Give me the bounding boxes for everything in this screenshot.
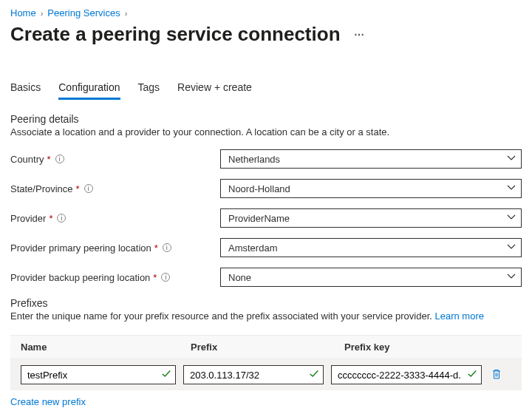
required-asterisk: * (76, 183, 80, 194)
section-heading-prefixes: Prefixes (10, 297, 522, 309)
tab-configuration[interactable]: Configuration (58, 77, 120, 100)
create-new-prefix-link[interactable]: Create new prefix (10, 396, 86, 407)
learn-more-link[interactable]: Learn more (434, 310, 483, 322)
required-asterisk: * (47, 154, 51, 165)
breadcrumb-peering-services[interactable]: Peering Services (47, 7, 120, 18)
tab-tags[interactable]: Tags (138, 77, 160, 100)
required-asterisk: * (153, 272, 157, 283)
cell-key (331, 365, 482, 384)
select-country-value[interactable]: Netherlands (220, 149, 522, 169)
label-provider: Provider * i (10, 213, 220, 224)
row-primary-location: Provider primary peering location * i Am… (10, 238, 522, 257)
label-country: Country * i (10, 154, 220, 165)
info-icon[interactable]: i (163, 243, 171, 252)
label-primary-location: Provider primary peering location * i (10, 242, 220, 254)
select-primary-location[interactable]: Amsterdam (220, 238, 522, 257)
info-icon[interactable]: i (57, 214, 66, 223)
info-icon[interactable]: i (84, 184, 93, 193)
page-title: Create a peering service connection ⋯ (10, 23, 522, 46)
breadcrumb-home[interactable]: Home (10, 7, 36, 18)
section-sub-prefixes: Enter the unique name for your prefix re… (10, 310, 522, 322)
col-header-key: Prefix key (344, 342, 511, 353)
section-heading-peering-details: Peering details (10, 113, 522, 125)
required-asterisk: * (49, 213, 52, 224)
more-icon[interactable]: ⋯ (349, 29, 366, 41)
label-state: State/Province * i (10, 183, 220, 194)
col-header-name: Name (21, 342, 191, 353)
prefix-table-header: Name Prefix Prefix key (10, 335, 522, 359)
page-title-text: Create a peering service connection (10, 23, 341, 46)
input-prefix-value[interactable] (183, 365, 324, 384)
row-state: State/Province * i Noord-Holland (10, 179, 522, 198)
select-state-value[interactable]: Noord-Holland (220, 179, 522, 198)
cell-prefix (183, 365, 324, 384)
prefix-table-row (10, 359, 522, 390)
select-provider-value[interactable]: ProviderName (220, 208, 522, 228)
cell-name (21, 365, 176, 384)
delete-icon[interactable] (491, 368, 502, 382)
label-primary-text: Provider primary peering location (10, 242, 151, 254)
col-header-prefix: Prefix (191, 342, 344, 353)
input-prefix-key[interactable] (331, 365, 482, 384)
tab-basics[interactable]: Basics (10, 77, 41, 100)
row-country: Country * i Netherlands (10, 149, 522, 169)
chevron-right-icon: › (41, 9, 44, 18)
label-provider-text: Provider (10, 213, 46, 224)
tab-review[interactable]: Review + create (177, 77, 252, 100)
label-backup-location: Provider backup peering location * i (10, 272, 220, 283)
label-country-text: Country (10, 154, 44, 165)
label-state-text: State/Province (10, 183, 73, 194)
info-icon[interactable]: i (55, 154, 64, 163)
info-icon[interactable]: i (161, 273, 170, 282)
select-primary-value[interactable]: Amsterdam (220, 238, 522, 257)
row-provider: Provider * i ProviderName (10, 208, 522, 228)
chevron-right-icon: › (125, 9, 128, 18)
select-state[interactable]: Noord-Holland (220, 179, 522, 198)
required-asterisk: * (154, 242, 158, 254)
label-backup-text: Provider backup peering location (10, 272, 150, 283)
tabs: Basics Configuration Tags Review + creat… (10, 77, 522, 100)
select-provider[interactable]: ProviderName (220, 208, 522, 228)
select-country[interactable]: Netherlands (220, 149, 522, 169)
check-icon (467, 369, 477, 381)
select-backup-value[interactable]: None (220, 268, 522, 287)
breadcrumb: Home › Peering Services › (10, 7, 522, 18)
check-icon (161, 369, 171, 381)
row-backup-location: Provider backup peering location * i Non… (10, 268, 522, 287)
input-prefix-name[interactable] (21, 365, 176, 384)
select-backup-location[interactable]: None (220, 268, 522, 287)
prefixes-sub-text: Enter the unique name for your prefix re… (10, 310, 434, 322)
check-icon (309, 369, 319, 381)
section-sub-peering-details: Associate a location and a provider to y… (10, 126, 522, 137)
